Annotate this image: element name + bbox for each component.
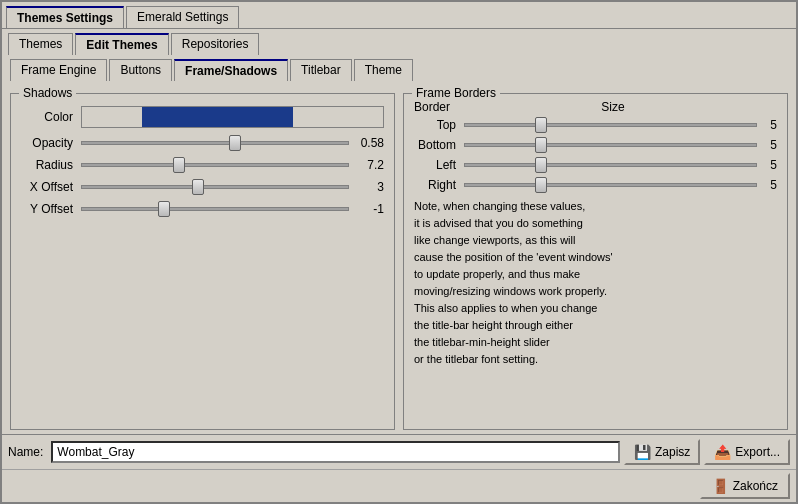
export-icon: 📤 xyxy=(714,444,731,460)
right-border-slider[interactable] xyxy=(464,183,757,187)
top-border-slider[interactable] xyxy=(464,123,757,127)
main-window: Themes Settings Emerald Settings Themes … xyxy=(0,0,798,504)
tab-theme[interactable]: Theme xyxy=(354,59,413,81)
bottom-bar: Name: 💾 Zapisz 📤 Export... xyxy=(2,434,796,469)
color-row: Color xyxy=(21,106,384,128)
tab-frame-engine[interactable]: Frame Engine xyxy=(10,59,107,81)
shadows-panel: Shadows Color Opacity 0.58 Radius xyxy=(10,93,395,430)
radius-row: Radius 7.2 xyxy=(21,158,384,172)
yoffset-label: Y Offset xyxy=(21,202,81,216)
left-border-slider[interactable] xyxy=(464,163,757,167)
tab-themes[interactable]: Themes xyxy=(8,33,73,55)
left-slider-container xyxy=(464,163,757,167)
tab-repositories[interactable]: Repositories xyxy=(171,33,260,55)
tab-emerald-settings[interactable]: Emerald Settings xyxy=(126,6,239,28)
left-label: Left xyxy=(414,158,464,172)
footer: 🚪 Zakończ xyxy=(2,469,796,502)
xoffset-slider-container xyxy=(81,185,349,189)
save-label: Zapisz xyxy=(655,445,690,459)
border-header: Border xyxy=(414,100,469,114)
name-label: Name: xyxy=(8,445,43,459)
close-label: Zakończ xyxy=(733,479,778,493)
left-value: 5 xyxy=(757,158,777,172)
top-slider-container xyxy=(464,123,757,127)
yoffset-value: -1 xyxy=(349,202,384,216)
opacity-row: Opacity 0.58 xyxy=(21,136,384,150)
radius-label: Radius xyxy=(21,158,81,172)
tab-themes-settings[interactable]: Themes Settings xyxy=(6,6,124,28)
right-value: 5 xyxy=(757,178,777,192)
xoffset-value: 3 xyxy=(349,180,384,194)
bottom-border-row: Bottom 5 xyxy=(414,138,777,152)
left-border-row: Left 5 xyxy=(414,158,777,172)
name-input[interactable] xyxy=(51,441,620,463)
color-picker[interactable] xyxy=(81,106,384,128)
frame-borders-legend: Frame Borders xyxy=(412,86,500,100)
bottom-slider-container xyxy=(464,143,757,147)
top-value: 5 xyxy=(757,118,777,132)
note-text: Note, when changing these values, it is … xyxy=(414,198,777,368)
tab-titlebar[interactable]: Titlebar xyxy=(290,59,352,81)
save-button[interactable]: 💾 Zapisz xyxy=(624,439,700,465)
xoffset-row: X Offset 3 xyxy=(21,180,384,194)
export-button[interactable]: 📤 Export... xyxy=(704,439,790,465)
yoffset-slider-container xyxy=(81,207,349,211)
color-label: Color xyxy=(21,110,81,124)
xoffset-slider[interactable] xyxy=(81,185,349,189)
tab-frame-shadows[interactable]: Frame/Shadows xyxy=(174,59,288,81)
radius-slider-container xyxy=(81,163,349,167)
close-button[interactable]: 🚪 Zakończ xyxy=(700,473,790,499)
opacity-slider[interactable] xyxy=(81,141,349,145)
opacity-slider-container xyxy=(81,141,349,145)
right-slider-container xyxy=(464,183,757,187)
size-header: Size xyxy=(469,100,757,114)
top-border-row: Top 5 xyxy=(414,118,777,132)
shadows-legend: Shadows xyxy=(19,86,76,100)
radius-slider[interactable] xyxy=(81,163,349,167)
yoffset-row: Y Offset -1 xyxy=(21,202,384,216)
radius-value: 7.2 xyxy=(349,158,384,172)
bottom-border-slider[interactable] xyxy=(464,143,757,147)
tab-buttons[interactable]: Buttons xyxy=(109,59,172,81)
export-label: Export... xyxy=(735,445,780,459)
frame-borders-panel: Frame Borders Border Size Top 5 Bottom xyxy=(403,93,788,430)
yoffset-slider[interactable] xyxy=(81,207,349,211)
opacity-value: 0.58 xyxy=(349,136,384,150)
bottom-value: 5 xyxy=(757,138,777,152)
close-icon: 🚪 xyxy=(712,478,729,494)
right-border-row: Right 5 xyxy=(414,178,777,192)
xoffset-label: X Offset xyxy=(21,180,81,194)
right-label: Right xyxy=(414,178,464,192)
tab-edit-themes[interactable]: Edit Themes xyxy=(75,33,168,55)
top-label: Top xyxy=(414,118,464,132)
opacity-label: Opacity xyxy=(21,136,81,150)
save-icon: 💾 xyxy=(634,444,651,460)
bottom-label: Bottom xyxy=(414,138,464,152)
